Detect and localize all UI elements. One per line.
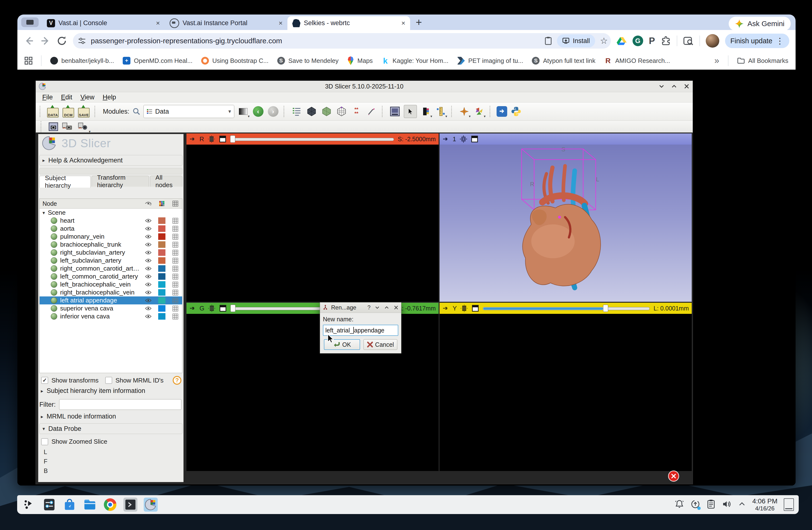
browser-tab[interactable]: Selkies - webrtc × [287, 16, 410, 30]
paypal-icon[interactable]: P [649, 36, 655, 45]
visibility-eye-icon[interactable] [142, 275, 155, 279]
transform-grid-icon[interactable] [169, 258, 182, 264]
cancel-button[interactable]: Cancel [363, 339, 397, 350]
slice-offset-slider[interactable] [230, 135, 394, 143]
show-transforms-checkbox[interactable]: ✓ [41, 377, 48, 384]
transform-grid-icon[interactable] [169, 242, 182, 248]
clipboard-tray-icon[interactable] [707, 499, 716, 510]
window-level-tool-icon[interactable]: ▾ [420, 105, 432, 118]
item-information-section[interactable]: ▸ Subject hierarchy item information [41, 387, 145, 395]
bookmark-item[interactable]: k Kaggle: Your Hom... [381, 57, 448, 65]
transform-grid-icon[interactable] [169, 298, 182, 304]
bookmark-item[interactable]: benbalter/jekyll-b... [50, 57, 114, 65]
color-cell[interactable] [155, 225, 169, 232]
node-row[interactable]: superior vena cava [40, 304, 182, 312]
slice-layout-icon[interactable] [219, 305, 227, 312]
finish-update-button[interactable]: Finish update ⋮ [725, 33, 789, 48]
bookmark-item[interactable]: PET imaging of tu... [457, 57, 523, 65]
volume-icon[interactable] [722, 499, 731, 510]
place-fiducial-icon[interactable]: ▾ [458, 105, 470, 118]
node-name[interactable]: brachiocephalic_trunk [60, 241, 142, 248]
node-name[interactable]: inferior vena cava [60, 312, 142, 320]
node-name[interactable]: left atrial appendage [60, 297, 142, 304]
node-color-swatch[interactable] [158, 225, 165, 232]
toolbar-grip[interactable] [490, 106, 492, 117]
extensions-puzzle-icon[interactable] [661, 36, 671, 46]
help-acknowledgement-section[interactable]: ▸ Help & Acknowledgement [39, 155, 182, 166]
bookmark-item[interactable]: R AMIGO Research... [604, 57, 670, 65]
back-button[interactable] [24, 36, 34, 46]
data-probe-section[interactable]: ▾ Data Probe [39, 423, 182, 434]
visibility-eye-icon[interactable] [142, 290, 155, 294]
tab-close-icon[interactable]: × [156, 20, 160, 27]
new-tab-button[interactable]: + [412, 15, 425, 29]
color-cell[interactable] [155, 305, 169, 312]
node-name[interactable]: right_common_carotid_artery [60, 265, 142, 272]
ruler-annotation-icon[interactable]: ▾ [435, 105, 447, 118]
search-tabs-icon[interactable] [683, 36, 694, 46]
node-name[interactable]: superior vena cava [60, 305, 142, 312]
node-row[interactable]: right_subclavian_artery [40, 249, 182, 256]
slice-link-icon[interactable] [208, 135, 215, 143]
threed-viewport[interactable]: 1 S R L [439, 134, 692, 302]
transform-grid-icon[interactable] [169, 274, 182, 279]
show-mrml-ids-checkbox[interactable] [105, 377, 112, 384]
slice-link-icon[interactable] [208, 305, 215, 312]
forward-button[interactable] [40, 36, 51, 46]
toolbar-grip[interactable] [41, 121, 43, 132]
visibility-eye-icon[interactable] [142, 306, 155, 310]
color-column-icon[interactable] [155, 201, 169, 207]
yellow-slice-bar[interactable]: Y L: 0.0001mm [439, 303, 692, 314]
node-row[interactable]: aorta [40, 225, 182, 233]
node-color-swatch[interactable] [158, 313, 165, 320]
pin-icon[interactable] [189, 136, 195, 142]
slicer-taskbar-button[interactable] [144, 498, 158, 512]
bookmark-item[interactable]: + OpenMD.com Heal... [123, 57, 192, 65]
visibility-eye-icon[interactable] [142, 226, 155, 231]
node-color-swatch[interactable] [158, 305, 165, 312]
pinwheel-glyph-icon[interactable]: ▾ [473, 105, 485, 118]
scene-row[interactable]: ▾ Scene [40, 209, 182, 217]
tray-expand-chevron-icon[interactable] [738, 500, 746, 509]
paint-brush-icon[interactable] [365, 105, 377, 118]
color-cell[interactable] [155, 273, 169, 280]
color-cell[interactable] [155, 281, 169, 288]
node-name[interactable]: right_subclavian_artery [60, 249, 142, 256]
module-history-icon[interactable] [291, 105, 303, 118]
node-row[interactable]: right_common_carotid_artery [40, 265, 182, 273]
bookmark-item[interactable]: S Save to Mendeley [277, 57, 338, 65]
drive-icon[interactable] [617, 36, 627, 45]
transform-grid-icon[interactable] [169, 313, 182, 319]
install-button[interactable]: Install [557, 34, 595, 47]
models-green-cube-icon[interactable] [320, 105, 333, 118]
menu-item[interactable]: Help [99, 94, 120, 101]
table-header[interactable]: Node [40, 199, 182, 209]
site-settings-icon[interactable] [78, 37, 86, 45]
pin-icon[interactable] [443, 136, 449, 142]
toolbar-grip[interactable] [284, 106, 286, 117]
node-color-swatch[interactable] [158, 281, 165, 288]
models-dark-cube-icon[interactable] [306, 105, 318, 118]
slice-offset-slider[interactable] [483, 305, 650, 312]
transform-grid-icon[interactable] [169, 250, 182, 255]
toolbar-grip[interactable] [451, 106, 454, 117]
node-name[interactable]: pulmonary_vein [60, 233, 142, 240]
color-cell[interactable] [155, 289, 169, 296]
profile-avatar[interactable] [706, 34, 719, 47]
node-row[interactable]: left_subclavian_artery [40, 256, 182, 265]
slice-layout-icon[interactable] [219, 135, 226, 143]
transform-grid-icon[interactable] [169, 282, 182, 288]
bookmark-star-icon[interactable]: ☆ [600, 37, 608, 45]
toolbar-grip[interactable] [95, 106, 97, 117]
slice-link-icon[interactable] [461, 305, 468, 312]
bookmark-item[interactable]: Using Bootstrap C... [201, 57, 269, 65]
menu-item[interactable]: Edit [57, 94, 76, 101]
module-search-icon[interactable] [132, 107, 141, 115]
color-cell[interactable] [155, 218, 169, 224]
reload-button[interactable] [57, 36, 67, 46]
scene-view-menu-icon[interactable]: ▾ [76, 120, 90, 133]
color-cell[interactable] [155, 297, 169, 304]
discover-store-button[interactable] [62, 498, 76, 512]
menu-item[interactable]: View [76, 94, 99, 101]
dialog-shade-icon[interactable] [375, 305, 380, 310]
